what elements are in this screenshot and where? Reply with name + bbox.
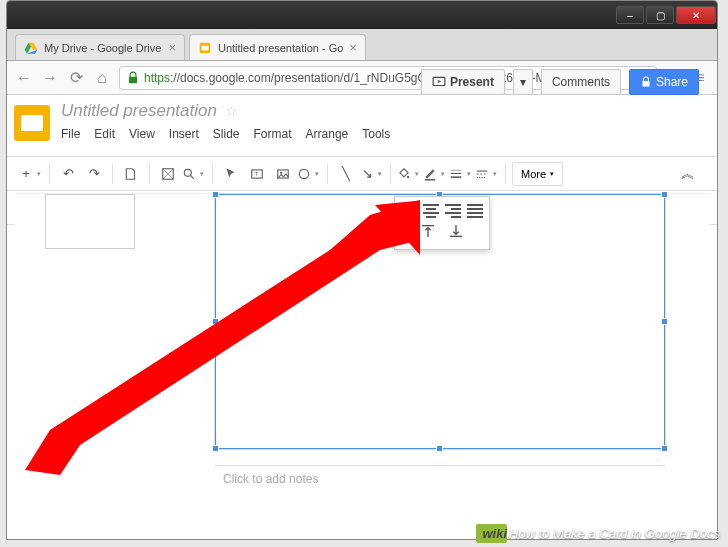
align-left-icon[interactable]: [401, 203, 417, 219]
print-button[interactable]: [119, 162, 143, 186]
svg-point-11: [280, 171, 282, 173]
browser-window: – ▢ ✕ My Drive - Google Drive × Untitled…: [6, 0, 718, 540]
home-icon[interactable]: ⌂: [93, 69, 111, 87]
close-icon[interactable]: ×: [349, 40, 357, 55]
tab-title: My Drive - Google Drive: [44, 42, 162, 54]
present-dropdown[interactable]: ▾: [513, 69, 533, 95]
speaker-notes[interactable]: Click to add notes: [215, 465, 665, 493]
doc-actions: Present ▾ Comments Share: [421, 69, 699, 95]
shape-tool[interactable]: [297, 162, 321, 186]
new-slide-button[interactable]: +: [19, 162, 43, 186]
line-color-button[interactable]: [423, 162, 447, 186]
svg-text:T: T: [255, 171, 259, 177]
align-dropdown-menu: [394, 196, 490, 250]
align-right-icon[interactable]: [445, 203, 461, 219]
svg-rect-14: [425, 179, 436, 180]
menu-insert[interactable]: Insert: [169, 127, 199, 141]
image-tool[interactable]: [271, 162, 295, 186]
select-tool[interactable]: [219, 162, 243, 186]
window-maximize-button[interactable]: ▢: [646, 6, 674, 24]
fill-color-button[interactable]: [397, 162, 421, 186]
svg-rect-15: [451, 169, 462, 170]
star-icon[interactable]: ☆: [225, 103, 238, 119]
drive-icon: [24, 41, 38, 55]
redo-button[interactable]: ↷: [82, 162, 106, 186]
lock-icon: [640, 76, 652, 88]
menu-slide[interactable]: Slide: [213, 127, 240, 141]
align-bottom-icon[interactable]: [448, 223, 464, 243]
zoom-fit-button[interactable]: [156, 162, 180, 186]
slide-thumbnail[interactable]: [45, 194, 135, 249]
comments-button[interactable]: Comments: [541, 69, 621, 95]
menu-file[interactable]: File: [61, 127, 80, 141]
arrow-tool[interactable]: ↘: [360, 162, 384, 186]
menu-tools[interactable]: Tools: [362, 127, 390, 141]
tab-title: Untitled presentation - Go: [218, 42, 343, 54]
tab-drive[interactable]: My Drive - Google Drive ×: [15, 34, 185, 60]
close-icon[interactable]: ×: [168, 40, 176, 55]
menu-format[interactable]: Format: [254, 127, 292, 141]
window-titlebar: – ▢ ✕: [7, 1, 717, 29]
back-icon[interactable]: ←: [15, 69, 33, 87]
more-button[interactable]: More▾: [512, 162, 563, 186]
slides-icon: [198, 41, 212, 55]
browser-tabstrip: My Drive - Google Drive × Untitled prese…: [7, 29, 717, 61]
svg-rect-44: [450, 236, 462, 237]
toolbar-primary: + ↶ ↷ T ╲ ↘ More▾ ︽: [7, 157, 717, 191]
window-close-button[interactable]: ✕: [676, 6, 716, 24]
svg-rect-4: [202, 45, 209, 50]
menu-view[interactable]: View: [129, 127, 155, 141]
svg-point-13: [407, 175, 409, 177]
canvas-area: Click to add notes: [15, 193, 709, 495]
textbox-tool[interactable]: T: [245, 162, 269, 186]
svg-rect-43: [422, 225, 434, 226]
align-justify-icon[interactable]: [467, 203, 483, 219]
svg-point-7: [184, 169, 191, 176]
url-scheme: https: [144, 71, 170, 85]
lock-icon: [126, 71, 140, 85]
menu-edit[interactable]: Edit: [94, 127, 115, 141]
collapse-icon[interactable]: ︽: [671, 165, 705, 183]
tab-slides[interactable]: Untitled presentation - Go ×: [189, 34, 366, 60]
line-weight-button[interactable]: [449, 162, 473, 186]
line-tool[interactable]: ╲: [334, 162, 358, 186]
svg-rect-17: [451, 176, 462, 178]
undo-button[interactable]: ↶: [56, 162, 80, 186]
reload-icon[interactable]: ⟳: [67, 68, 85, 87]
menu-bar: File Edit View Insert Slide Format Arran…: [61, 127, 707, 141]
svg-rect-18: [477, 170, 488, 171]
align-center-icon[interactable]: [423, 203, 439, 219]
forward-icon[interactable]: →: [41, 69, 59, 87]
share-button[interactable]: Share: [629, 69, 699, 95]
doc-title[interactable]: Untitled presentation: [61, 101, 217, 121]
svg-rect-16: [451, 172, 462, 173]
window-minimize-button[interactable]: –: [616, 6, 644, 24]
slides-logo[interactable]: [7, 95, 57, 156]
svg-point-12: [299, 169, 308, 178]
watermark: wikiHow to Make a Card in Google Docs: [476, 524, 720, 543]
zoom-button[interactable]: [182, 162, 206, 186]
doc-header: Untitled presentation ☆ File Edit View I…: [7, 95, 717, 157]
play-icon: [432, 75, 446, 89]
present-button[interactable]: Present: [421, 69, 505, 95]
menu-arrange[interactable]: Arrange: [306, 127, 349, 141]
line-dash-button[interactable]: [475, 162, 499, 186]
align-top-icon[interactable]: [420, 223, 436, 243]
